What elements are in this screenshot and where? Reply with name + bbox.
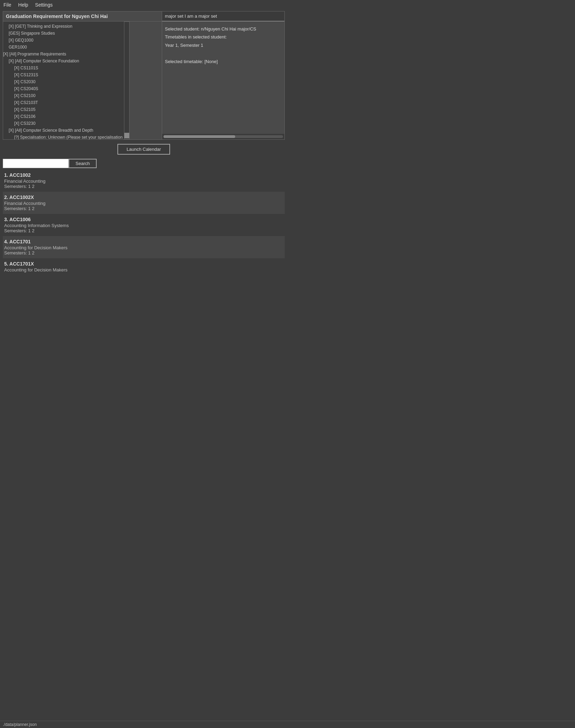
course-code: 4. ACC1701 bbox=[4, 239, 283, 244]
tree-wrapper: [X] [GET] Thinking and Expression[GES] S… bbox=[3, 21, 162, 139]
search-input[interactable] bbox=[3, 159, 69, 168]
course-name: Financial Accounting bbox=[4, 201, 283, 206]
timetables-value: Year 1, Semester 1 bbox=[165, 41, 282, 49]
right-panel-scrollbar bbox=[162, 134, 284, 139]
course-item[interactable]: 2. ACC1002XFinancial AccountingSemesters… bbox=[3, 192, 285, 214]
course-code: 3. ACC1006 bbox=[4, 217, 283, 222]
course-semesters: Semesters: 1 2 bbox=[4, 206, 283, 211]
left-panel: Graduation Requirement for Nguyen Chi Ha… bbox=[3, 11, 162, 140]
cmd-input[interactable] bbox=[162, 11, 284, 21]
tree-item[interactable]: [X] [All] Programme Requirements bbox=[3, 51, 124, 58]
selected-timetable-value-text: [None] bbox=[204, 59, 218, 64]
tree-item[interactable]: [X] [All] Computer Science Foundation bbox=[3, 58, 124, 64]
student-label: Selected student: bbox=[165, 26, 200, 32]
student-value-text: n/Nguyen Chi Hai major/CS bbox=[201, 26, 256, 32]
course-name: Accounting Information Systems bbox=[4, 223, 283, 228]
menubar: File Help Settings bbox=[0, 0, 288, 10]
tree-scrollbar-thumb bbox=[124, 133, 129, 138]
menu-help[interactable]: Help bbox=[18, 2, 28, 8]
tree-item[interactable]: [X] CS2103T bbox=[3, 99, 124, 106]
tree-item[interactable]: [GES] Singapore Studies bbox=[3, 30, 124, 37]
course-item[interactable]: 4. ACC1701Accounting for Decision Makers… bbox=[3, 236, 285, 258]
tree-item[interactable]: [?] Specialisation: Unknown (Please set … bbox=[3, 134, 124, 139]
tree-item[interactable]: [X] CS2106 bbox=[3, 113, 124, 120]
launch-calendar-button[interactable]: Launch Calendar bbox=[117, 144, 170, 155]
timetables-label: Timetables in selected student: bbox=[165, 33, 282, 41]
tree-item[interactable]: GER1000 bbox=[3, 44, 124, 51]
course-list: 1. ACC1002Financial AccountingSemesters:… bbox=[0, 170, 288, 275]
tree-item[interactable]: [X] CS2030 bbox=[3, 78, 124, 85]
info-area: Selected student: n/Nguyen Chi Hai major… bbox=[162, 21, 284, 134]
search-button[interactable]: Search bbox=[69, 159, 97, 168]
course-name: Accounting for Decision Makers bbox=[4, 267, 283, 272]
course-semesters: Semesters: 1 2 bbox=[4, 250, 283, 255]
launch-area: Launch Calendar bbox=[0, 141, 288, 157]
selected-timetable-label: Selected timetable: bbox=[165, 59, 203, 64]
tree-container[interactable]: [X] [GET] Thinking and Expression[GES] S… bbox=[3, 21, 124, 139]
tree-scrollbar[interactable] bbox=[124, 21, 130, 139]
course-code: 2. ACC1002X bbox=[4, 194, 283, 200]
scrollbar-track bbox=[163, 135, 283, 138]
course-semesters: Semesters: 1 2 bbox=[4, 184, 283, 189]
tree-item[interactable]: [X] CS2105 bbox=[3, 106, 124, 113]
menu-file[interactable]: File bbox=[3, 2, 11, 8]
main-area: Graduation Requirement for Nguyen Chi Ha… bbox=[0, 10, 288, 141]
course-semesters: Semesters: 1 2 bbox=[4, 228, 283, 233]
search-area: Search bbox=[0, 157, 288, 170]
panel-title: Graduation Requirement for Nguyen Chi Ha… bbox=[3, 11, 162, 21]
tree-item[interactable]: [X] CS1231S bbox=[3, 71, 124, 78]
course-item[interactable]: 1. ACC1002Financial AccountingSemesters:… bbox=[3, 170, 285, 192]
tree-item[interactable]: [X] [All] Computer Science Breadth and D… bbox=[3, 127, 124, 134]
scrollbar-thumb bbox=[163, 135, 235, 138]
right-panel: Selected student: n/Nguyen Chi Hai major… bbox=[162, 11, 285, 140]
menu-settings[interactable]: Settings bbox=[35, 2, 53, 8]
course-item[interactable]: 3. ACC1006Accounting Information Systems… bbox=[3, 214, 285, 236]
tree-item[interactable]: [X] CS2100 bbox=[3, 92, 124, 99]
course-item[interactable]: 5. ACC1701XAccounting for Decision Maker… bbox=[3, 258, 285, 275]
course-name: Accounting for Decision Makers bbox=[4, 245, 283, 250]
tree-item[interactable]: [X] CS1101S bbox=[3, 64, 124, 71]
student-line: Selected student: n/Nguyen Chi Hai major… bbox=[165, 25, 282, 33]
course-code: 1. ACC1002 bbox=[4, 172, 283, 178]
tree-item[interactable]: [X] CS3230 bbox=[3, 120, 124, 127]
selected-timetable-line: Selected timetable: [None] bbox=[165, 58, 282, 66]
course-name: Financial Accounting bbox=[4, 179, 283, 184]
tree-item[interactable]: [X] GEQ1000 bbox=[3, 37, 124, 44]
tree-item[interactable]: [X] [GET] Thinking and Expression bbox=[3, 23, 124, 30]
tree-item[interactable]: [X] CS2040S bbox=[3, 85, 124, 92]
course-code: 5. ACC1701X bbox=[4, 261, 283, 267]
